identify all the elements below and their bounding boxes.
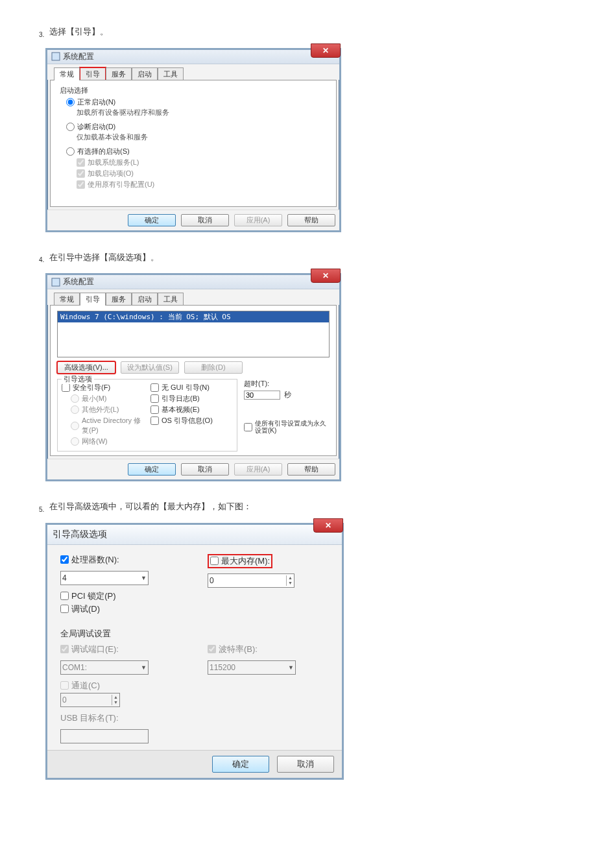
advanced-options-button[interactable]: 高级选项(V)... <box>57 361 115 374</box>
check-nogui[interactable]: 无 GUI 引导(N) <box>150 382 233 393</box>
close-button-1[interactable]: ✕ <box>311 43 341 58</box>
check-bootlog-input[interactable] <box>150 394 159 403</box>
baud-combo: 115200 ▼ <box>208 660 296 675</box>
check-baud-input <box>208 645 216 653</box>
radio-selective[interactable]: 有选择的启动(S) <box>57 146 330 157</box>
radio-diagnostic[interactable]: 诊断启动(D) <box>57 121 330 132</box>
check-baud-label: 波特率(B): <box>219 644 258 655</box>
check-processors[interactable]: 处理器数(N): <box>60 554 182 566</box>
ok-button-1[interactable]: 确定 <box>128 214 176 226</box>
step-5-num: 5. <box>39 506 44 513</box>
usb-target-label: USB 目标名(T): <box>60 712 182 724</box>
check-debug-port-input <box>60 645 69 653</box>
radio-diagnostic-sub: 仅加载基本设备和服务 <box>57 132 330 142</box>
button-row-2: 确定 取消 应用(A) 帮助 <box>47 459 339 479</box>
check-osinfo-input[interactable] <box>150 416 159 425</box>
check-processors-input[interactable] <box>60 555 69 564</box>
check-debug-label: 调试(D) <box>71 603 100 615</box>
processors-combo[interactable]: 4 ▼ <box>60 571 149 585</box>
titlebar-1: 系统配置 ✕ <box>47 50 339 64</box>
svg-rect-0 <box>52 53 60 60</box>
timeout-column: 超时(T): 秒 使所有引导设置成为永久设置(K) <box>244 376 330 452</box>
check-debug-port: 调试端口(E): <box>60 644 182 655</box>
step-5: 5. 在引导高级选项中，可以看的【最大内存】，如下图： 引导高级选项 ✕ 处理器… <box>39 501 574 780</box>
radio-min-input <box>71 394 79 403</box>
help-button-2[interactable]: 帮助 <box>287 463 335 476</box>
check-maxmem-input[interactable] <box>210 557 219 565</box>
step-4-label: 4. 在引导中选择【高级选项】。 <box>39 252 574 264</box>
tab-tools-1[interactable]: 工具 <box>158 67 184 80</box>
step-3-text: 选择【引导】。 <box>49 27 108 36</box>
tab-services-2[interactable]: 服务 <box>106 293 132 306</box>
radio-normal-input[interactable] <box>66 98 75 106</box>
check-load-services-label: 加载系统服务(L) <box>88 158 139 167</box>
check-osinfo-label: OS 引导信息(O) <box>162 416 213 426</box>
dialog-title-3: 引导高级选项 <box>53 529 107 540</box>
radio-selective-input[interactable] <box>66 147 75 156</box>
check-processors-label: 处理器数(N): <box>71 554 119 566</box>
cancel-button-3[interactable]: 取消 <box>277 756 334 773</box>
help-button-1[interactable]: 帮助 <box>287 214 335 226</box>
radio-diagnostic-label: 诊断启动(D) <box>77 122 115 132</box>
check-debug-input[interactable] <box>60 605 69 613</box>
ok-button-2[interactable]: 确定 <box>128 463 176 476</box>
check-load-startup-input <box>77 169 85 178</box>
radio-shell-input <box>71 405 79 414</box>
tab-general-2[interactable]: 常规 <box>54 293 80 306</box>
radio-diagnostic-input[interactable] <box>66 123 75 131</box>
maxmem-spinner[interactable]: 0 ▲▼ <box>208 573 294 588</box>
close-icon-3: ✕ <box>325 521 331 530</box>
check-bootlog[interactable]: 引导日志(B) <box>150 393 233 404</box>
check-basevideo[interactable]: 基本视频(E) <box>150 404 233 415</box>
radio-min: 最小(M) <box>62 393 144 404</box>
chevron-down-icon-2: ▼ <box>141 664 147 671</box>
check-safeboot-input[interactable] <box>62 383 70 392</box>
radio-adrepair-input <box>71 422 79 430</box>
channel-spinner: 0 ▲▼ <box>60 693 120 707</box>
timeout-label: 超时(T): <box>244 379 330 389</box>
check-permanent-input[interactable] <box>244 423 252 431</box>
tab-boot-2[interactable]: 引导 <box>80 293 106 306</box>
tabs-1: 常规 引导 服务 启动 工具 <box>47 64 339 80</box>
step-3: 3. 选择【引导】。 系统配置 ✕ 常规 引导 服务 启动 工具 启动选择 <box>39 26 574 232</box>
tab-services-1[interactable]: 服务 <box>106 67 132 80</box>
tab-startup-2[interactable]: 启动 <box>132 293 158 306</box>
check-basevideo-label: 基本视频(E) <box>162 405 200 415</box>
check-osinfo[interactable]: OS 引导信息(O) <box>150 415 233 426</box>
close-button-2[interactable]: ✕ <box>311 269 341 283</box>
ok-button-3[interactable]: 确定 <box>212 756 269 773</box>
check-basevideo-input[interactable] <box>150 405 159 414</box>
spinner-buttons-icon[interactable]: ▲▼ <box>286 575 294 586</box>
tab-boot-1[interactable]: 引导 <box>80 67 106 80</box>
dialog-footer-3: 确定 取消 <box>47 750 342 778</box>
radio-normal-label: 正常启动(N) <box>77 97 115 107</box>
cancel-button-2[interactable]: 取消 <box>181 463 229 476</box>
check-original-boot: 使用原有引导配置(U) <box>57 179 330 190</box>
boot-options-group: 引导选项 安全引导(F) 最小(M) <box>57 379 237 452</box>
check-nogui-input[interactable] <box>150 383 159 392</box>
tab-tools-2[interactable]: 工具 <box>158 293 184 306</box>
tab-general-1[interactable]: 常规 <box>54 67 80 80</box>
delete-button: 删除(D) <box>184 361 243 374</box>
os-list[interactable]: Windows 7 (C:\windows) : 当前 OS; 默认 OS <box>57 311 330 357</box>
check-channel-input <box>60 681 69 690</box>
cancel-button-1[interactable]: 取消 <box>181 214 229 226</box>
check-safeboot-label: 安全引导(F) <box>73 383 110 392</box>
button-row-1: 确定 取消 应用(A) 帮助 <box>47 210 339 230</box>
check-permanent[interactable]: 使所有引导设置成为永久设置(K) <box>244 419 330 435</box>
close-button-3[interactable]: ✕ <box>313 518 343 533</box>
os-list-entry[interactable]: Windows 7 (C:\windows) : 当前 OS; 默认 OS <box>58 311 329 322</box>
check-channel-label: 通道(C) <box>71 680 100 692</box>
apply-button-1: 应用(A) <box>234 214 282 226</box>
check-pci-lock-input[interactable] <box>60 592 69 600</box>
chevron-down-icon-3: ▼ <box>288 664 294 671</box>
radio-selective-label: 有选择的启动(S) <box>77 147 130 156</box>
os-buttons-row: 高级选项(V)... 设为默认值(S) 删除(D) <box>57 361 330 374</box>
timeout-input[interactable] <box>244 391 280 400</box>
usb-target-input <box>60 729 149 743</box>
radio-normal[interactable]: 正常启动(N) <box>57 97 330 108</box>
tab-startup-1[interactable]: 启动 <box>132 67 158 80</box>
check-debug[interactable]: 调试(D) <box>60 603 182 615</box>
close-icon: ✕ <box>322 46 329 55</box>
check-pci-lock[interactable]: PCI 锁定(P) <box>60 590 182 602</box>
